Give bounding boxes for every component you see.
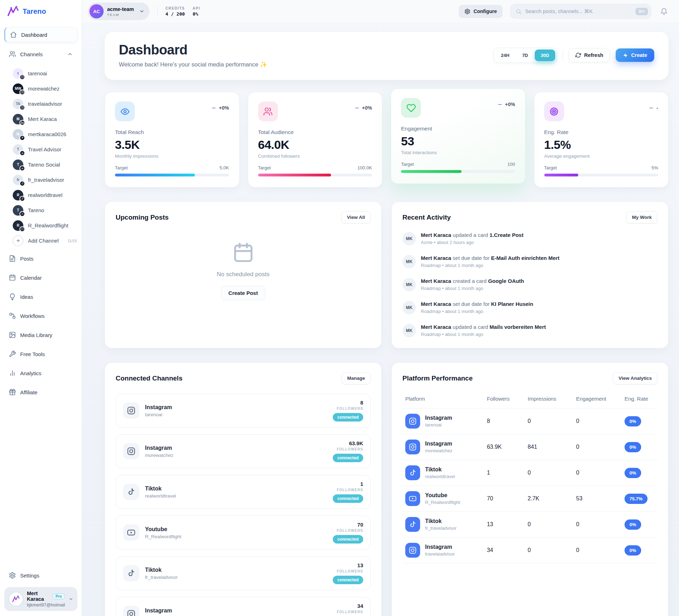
sidebar-item[interactable]: Workflows: [4, 308, 77, 323]
sidebar-channel-item[interactable]: MW morewatchez: [0, 81, 82, 96]
sidebar-channel-item[interactable]: TA travelaiadvisor: [0, 96, 82, 111]
pro-badge: Pro: [52, 593, 65, 599]
channel-avatar: M: [13, 114, 23, 124]
sidebar-channel-item[interactable]: T Tareno Social: [0, 157, 82, 172]
team-avatar: AC: [89, 4, 104, 18]
dashboard-content: Dashboard Welcome back! Here's your soci…: [82, 23, 679, 616]
channel-avatar-initials: T: [17, 163, 19, 167]
view-all-button[interactable]: View All: [341, 211, 371, 223]
followers-cell: 34: [484, 537, 525, 563]
stat-caption: Total interactions: [401, 150, 515, 155]
sidebar-channel-item[interactable]: R R_Realwordflight: [0, 218, 82, 233]
sidebar-channel-item[interactable]: M Mert Karaca: [0, 111, 82, 127]
followers-label: FOLLOWERS: [337, 569, 363, 573]
sidebar-item[interactable]: Posts: [4, 251, 77, 266]
stat-caption: Combined followers: [258, 153, 372, 159]
sidebar-channel-item[interactable]: T Tareno: [0, 203, 82, 218]
engagement-cell: 0: [573, 408, 622, 434]
user-menu[interactable]: Mert Karaca Pro bjkmert97@hotmail.c...: [4, 587, 77, 611]
platform-name: Tiktok: [425, 518, 457, 524]
connected-channel-row[interactable]: Instagram travelaiadvisor 34 FOLLOWERS c…: [116, 597, 371, 616]
table-row[interactable]: Instagram travelaiadvisor 34 0 0 0%: [402, 537, 657, 563]
channel-name: Mert Karaca: [28, 116, 57, 122]
connected-channel-row[interactable]: Tiktok realworldtravel 1 FOLLOWERS conne…: [116, 475, 371, 509]
platform-name: Youtube: [425, 492, 460, 499]
sidebar-channel-item[interactable]: M mertkaraca0026: [0, 127, 82, 142]
activity-item[interactable]: MK Mert Karaca updated a card 1.Create P…: [402, 232, 657, 245]
welcome-banner: Dashboard Welcome back! Here's your soci…: [105, 32, 668, 80]
bell-icon: [660, 8, 668, 15]
connected-channel-row[interactable]: Instagram morewatchez 63.9K FOLLOWERS co…: [116, 434, 371, 468]
create-button[interactable]: Create: [616, 48, 654, 62]
table-row[interactable]: Youtube R_Realwordflight 70 2.7K 53 75.7…: [402, 486, 657, 512]
add-channel-button[interactable]: Add Channel 11/15: [0, 233, 82, 248]
refresh-button[interactable]: Refresh: [569, 48, 610, 62]
stat-title: Total Reach: [115, 129, 229, 135]
platform-icon: [21, 151, 24, 155]
sidebar-item-label: Analytics: [20, 370, 41, 376]
sidebar-item-label: Dashboard: [21, 32, 47, 38]
channel-platform-badge: [19, 150, 25, 156]
impressions-cell: 0: [525, 408, 573, 434]
target-label: Target: [401, 162, 414, 167]
avatar: MK: [402, 324, 416, 337]
search-input[interactable]: [525, 8, 632, 14]
activity-action: set due date for: [453, 255, 489, 261]
time-range-button[interactable]: 30D: [535, 50, 555, 61]
sidebar-item[interactable]: Calendar: [4, 270, 77, 285]
minus-icon: [649, 105, 654, 111]
sidebar-item[interactable]: Analytics: [4, 366, 77, 380]
target-value: 5%: [651, 165, 658, 170]
sidebar-channel-item[interactable]: fr fr_traveladvisor: [0, 172, 82, 187]
team-selector[interactable]: AC acme-team TEAM: [88, 2, 150, 20]
stat-card[interactable]: - Eng. Rate 1.5% Average engagement Targ…: [534, 92, 669, 187]
sidebar-item-icon: [9, 331, 16, 338]
sidebar-item[interactable]: Media Library: [4, 327, 77, 342]
stat-card[interactable]: +0% Total Reach 3.5K Monthly impressions…: [105, 92, 239, 187]
activity-item[interactable]: MK Mert Karaca updated a card Mails vorb…: [402, 324, 657, 337]
sidebar-item[interactable]: Free Tools: [4, 347, 77, 361]
followers-label: FOLLOWERS: [337, 488, 363, 492]
connected-channel-row[interactable]: Tiktok fr_traveladvisor 13 FOLLOWERS con…: [116, 556, 371, 590]
stat-card[interactable]: +0% Total Audience 64.0K Combined follow…: [248, 92, 383, 187]
activity-item[interactable]: MK Mert Karaca set due date for KI Plane…: [402, 301, 657, 314]
manage-button[interactable]: Manage: [342, 372, 371, 384]
trend-indicator: +0%: [354, 105, 372, 111]
chevron-down-icon: [69, 596, 73, 602]
activity-actor: Mert Karaca: [421, 255, 451, 261]
sidebar-item[interactable]: Ideas: [4, 289, 77, 304]
time-range-button[interactable]: 24H: [495, 50, 516, 61]
table-row[interactable]: Instagram morewatchez 63.9K 841 0 0%: [402, 434, 657, 460]
configure-button[interactable]: Configure: [459, 5, 503, 18]
minus-icon: [497, 102, 503, 107]
time-range-label: 7D: [522, 53, 528, 58]
eng-rate-badge: 0%: [625, 468, 641, 478]
activity-item[interactable]: MK Mert Karaca created a card Google OAu…: [402, 278, 657, 291]
sidebar-channel-item[interactable]: T Travel Advisor: [0, 142, 82, 157]
channel-list: t tarenoai MW: [0, 66, 82, 233]
sidebar-item-channels[interactable]: Channels: [4, 47, 77, 62]
view-analytics-button[interactable]: View Analytics: [613, 372, 657, 384]
time-range-button[interactable]: 7D: [516, 50, 534, 61]
table-row[interactable]: Tiktok fr_traveladvisor 13 0 0 0%: [402, 512, 657, 537]
connected-channel-row[interactable]: Instagram tarenoai 8 FOLLOWERS connected: [116, 394, 371, 428]
keyboard-shortcut-badge: ⌘K: [636, 8, 648, 15]
platform-icon: [21, 227, 24, 231]
progress-track: [544, 174, 658, 176]
sidebar-item-settings[interactable]: Settings: [4, 568, 77, 583]
my-work-button[interactable]: My Work: [626, 211, 657, 223]
channel-platform-badge: [19, 120, 25, 126]
follower-count: 1: [360, 481, 363, 487]
sidebar-channel-item[interactable]: R realworldtravel: [0, 187, 82, 203]
sidebar-item[interactable]: Affiliate: [4, 385, 77, 400]
table-row[interactable]: Tiktok realworldtravel 1 0 0 0%: [402, 460, 657, 486]
activity-item[interactable]: MK Mert Karaca set due date for E-Mail A…: [402, 255, 657, 268]
sidebar-item-dashboard[interactable]: Dashboard: [4, 27, 77, 42]
stat-card[interactable]: +0% Engagement 53 Total interactions Tar…: [391, 88, 526, 184]
table-row[interactable]: Instagram tarenoai 8 0 0 0%: [402, 408, 657, 434]
sidebar-channel-item[interactable]: t tarenoai: [0, 66, 82, 81]
connected-channel-row[interactable]: Youtube R_Realwordflight 70 FOLLOWERS co…: [116, 516, 371, 550]
create-post-button[interactable]: Create Post: [221, 286, 265, 300]
notifications-button[interactable]: [659, 6, 669, 17]
follower-count: 70: [357, 522, 363, 528]
